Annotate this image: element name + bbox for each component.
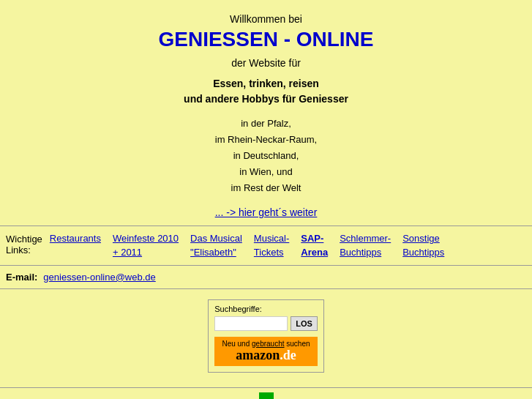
- subtitle: der Website für: [15, 57, 517, 69]
- nav-link-schlemmer-buchtipps[interactable]: Schlemmer-Buchtipps: [340, 232, 391, 258]
- links-container: Restaurants Weinfeste 2010+ 2011 Das Mus…: [50, 232, 444, 258]
- amazon-logo-container[interactable]: amazon.de: [236, 348, 296, 363]
- welcome-text: Willkommen bei: [15, 13, 517, 25]
- search-row: LOS: [214, 316, 318, 331]
- nav-link-sonstige-buchtipps[interactable]: SonstigeBuchtipps: [402, 232, 444, 258]
- search-box-inner: Suchbegriffe: LOS Neu und gebraucht such…: [214, 305, 318, 366]
- email-section: E-mail: geniessen-online@web.de: [0, 266, 532, 289]
- links-section: WichtigeLinks: Restaurants Weinfeste 201…: [0, 225, 532, 265]
- nav-link-sap-arena[interactable]: SAP-Arena: [301, 232, 328, 258]
- amazon-banner: Neu und gebraucht suchen amazon.de: [214, 337, 318, 366]
- nav-link-musical-elisabeth[interactable]: Das Musical"Elisabeth": [190, 232, 242, 258]
- footer-section: [0, 388, 532, 399]
- site-title: GENIESSEN - ONLINE: [15, 28, 517, 51]
- links-label: WichtigeLinks:: [6, 232, 42, 256]
- amazon-top-text: Neu und gebraucht suchen: [222, 340, 310, 348]
- nav-link-musical-tickets[interactable]: Musical-Tickets: [254, 232, 289, 258]
- tagline: Essen, trinken, reisen und andere Hobbys…: [15, 76, 517, 107]
- search-label: Suchbegriffe:: [214, 305, 318, 313]
- main-cta-link[interactable]: ... -> hier geht´s weiter: [215, 206, 318, 218]
- nav-link-weinfeste[interactable]: Weinfeste 2010+ 2011: [113, 232, 179, 258]
- nav-link-restaurants[interactable]: Restaurants: [50, 232, 101, 245]
- main-content: Willkommen bei GENIESSEN - ONLINE der We…: [0, 0, 532, 225]
- footer-icon: [259, 392, 274, 399]
- amazon-logo-text: amazon.de: [236, 348, 296, 362]
- search-section: Suchbegriffe: LOS Neu und gebraucht such…: [0, 289, 532, 380]
- search-button[interactable]: LOS: [291, 316, 318, 331]
- search-box: Suchbegriffe: LOS Neu und gebraucht such…: [208, 299, 324, 373]
- email-link[interactable]: geniessen-online@web.de: [43, 272, 155, 283]
- email-label: E-mail:: [6, 272, 37, 283]
- search-input[interactable]: [214, 316, 288, 331]
- region-text: in der Pfalz, im Rhein-Neckar-Raum, in D…: [15, 116, 517, 196]
